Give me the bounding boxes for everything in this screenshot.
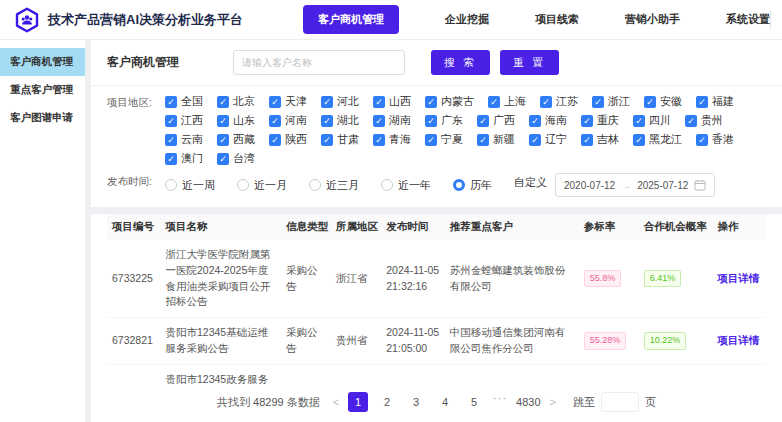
region-checkbox[interactable]: ✓江苏: [540, 94, 578, 109]
region-checkbox[interactable]: ✓青海: [373, 132, 411, 147]
checkbox-checked-icon[interactable]: ✓: [165, 96, 177, 108]
region-checkbox[interactable]: ✓海南: [529, 113, 567, 128]
region-checkbox[interactable]: ✓上海: [488, 94, 526, 109]
checkbox-checked-icon[interactable]: ✓: [321, 96, 333, 108]
region-checkbox[interactable]: ✓山西: [373, 94, 411, 109]
nav-item-link[interactable]: 项目线索: [535, 12, 579, 27]
checkbox-checked-icon[interactable]: ✓: [165, 115, 177, 127]
region-checkbox[interactable]: ✓浙江: [592, 94, 630, 109]
checkbox-checked-icon[interactable]: ✓: [696, 134, 708, 146]
checkbox-checked-icon[interactable]: ✓: [321, 134, 333, 146]
region-checkbox[interactable]: ✓天津: [269, 94, 307, 109]
region-checkbox[interactable]: ✓新疆: [477, 132, 515, 147]
checkbox-checked-icon[interactable]: ✓: [685, 115, 697, 127]
region-checkbox[interactable]: ✓安徽: [644, 94, 682, 109]
time-radio[interactable]: 近一年: [381, 178, 431, 193]
pagination-prev-icon[interactable]: <: [333, 396, 339, 408]
region-checkbox[interactable]: ✓湖北: [321, 113, 359, 128]
nav-item-link[interactable]: 营销小助手: [625, 12, 680, 27]
checkbox-checked-icon[interactable]: ✓: [581, 115, 593, 127]
radio-selected-icon[interactable]: [453, 179, 465, 191]
checkbox-checked-icon[interactable]: ✓: [373, 96, 385, 108]
pagination-next-icon[interactable]: >: [550, 396, 556, 408]
pagination-page[interactable]: 3: [406, 392, 426, 412]
time-radio[interactable]: 近三月: [309, 178, 359, 193]
region-checkbox[interactable]: ✓重庆: [581, 113, 619, 128]
radio-icon[interactable]: [309, 179, 321, 191]
pagination-page[interactable]: 2: [377, 392, 397, 412]
nav-item-link[interactable]: 企业挖掘: [445, 12, 489, 27]
checkbox-checked-icon[interactable]: ✓: [477, 134, 489, 146]
sidebar-item[interactable]: 客户商机管理: [0, 48, 85, 76]
pagination-page[interactable]: 5: [464, 392, 484, 412]
reset-button[interactable]: 重 置: [500, 50, 559, 75]
date-start-value[interactable]: 2020-07-12: [564, 180, 615, 191]
nav-item-active[interactable]: 客户商机管理: [303, 5, 399, 34]
checkbox-checked-icon[interactable]: ✓: [633, 115, 645, 127]
pagination-page[interactable]: 4830: [516, 392, 540, 412]
checkbox-checked-icon[interactable]: ✓: [217, 153, 229, 165]
region-checkbox[interactable]: ✓云南: [165, 132, 203, 147]
region-checkbox[interactable]: ✓甘肃: [321, 132, 359, 147]
nav-item-link[interactable]: 系统设置: [726, 12, 770, 27]
checkbox-checked-icon[interactable]: ✓: [373, 134, 385, 146]
region-checkbox[interactable]: ✓四川: [633, 113, 671, 128]
region-checkbox[interactable]: ✓香港: [696, 132, 734, 147]
radio-icon[interactable]: [381, 179, 393, 191]
project-detail-link[interactable]: 项目详情: [717, 272, 759, 284]
region-checkbox[interactable]: ✓广西: [477, 113, 515, 128]
sidebar-item[interactable]: 重点客户管理: [0, 76, 85, 104]
region-checkbox[interactable]: ✓江西: [165, 113, 203, 128]
region-checkbox[interactable]: ✓贵州: [685, 113, 723, 128]
region-checkbox[interactable]: ✓宁夏: [425, 132, 463, 147]
region-checkbox[interactable]: ✓广东: [425, 113, 463, 128]
checkbox-checked-icon[interactable]: ✓: [217, 115, 229, 127]
checkbox-checked-icon[interactable]: ✓: [165, 134, 177, 146]
time-radio[interactable]: 历年: [453, 178, 492, 193]
search-button[interactable]: 搜 索: [431, 50, 490, 75]
checkbox-checked-icon[interactable]: ✓: [696, 96, 708, 108]
checkbox-checked-icon[interactable]: ✓: [581, 134, 593, 146]
region-checkbox[interactable]: ✓湖南: [373, 113, 411, 128]
checkbox-checked-icon[interactable]: ✓: [269, 134, 281, 146]
checkbox-checked-icon[interactable]: ✓: [321, 115, 333, 127]
region-checkbox[interactable]: ✓内蒙古: [425, 94, 474, 109]
region-checkbox[interactable]: ✓河南: [269, 113, 307, 128]
date-end-value[interactable]: 2025-07-12: [637, 180, 688, 191]
pagination-page[interactable]: 1: [348, 392, 368, 412]
checkbox-checked-icon[interactable]: ✓: [477, 115, 489, 127]
region-checkbox[interactable]: ✓北京: [217, 94, 255, 109]
region-checkbox[interactable]: ✓辽宁: [529, 132, 567, 147]
region-checkbox[interactable]: ✓西藏: [217, 132, 255, 147]
radio-icon[interactable]: [165, 179, 177, 191]
checkbox-checked-icon[interactable]: ✓: [425, 115, 437, 127]
region-checkbox[interactable]: ✓陕西: [269, 132, 307, 147]
checkbox-checked-icon[interactable]: ✓: [373, 115, 385, 127]
region-checkbox[interactable]: ✓澳门: [165, 151, 203, 166]
checkbox-checked-icon[interactable]: ✓: [425, 96, 437, 108]
checkbox-checked-icon[interactable]: ✓: [425, 134, 437, 146]
project-detail-link[interactable]: 项目详情: [717, 334, 759, 346]
checkbox-checked-icon[interactable]: ✓: [592, 96, 604, 108]
checkbox-checked-icon[interactable]: ✓: [529, 115, 541, 127]
checkbox-checked-icon[interactable]: ✓: [529, 134, 541, 146]
region-checkbox[interactable]: ✓全国: [165, 94, 203, 109]
checkbox-checked-icon[interactable]: ✓: [165, 153, 177, 165]
checkbox-checked-icon[interactable]: ✓: [488, 96, 500, 108]
checkbox-checked-icon[interactable]: ✓: [269, 96, 281, 108]
checkbox-checked-icon[interactable]: ✓: [540, 96, 552, 108]
region-checkbox[interactable]: ✓河北: [321, 94, 359, 109]
region-checkbox[interactable]: ✓山东: [217, 113, 255, 128]
time-radio[interactable]: 近一月: [237, 178, 287, 193]
sidebar-item[interactable]: 客户图谱申请: [0, 104, 85, 132]
region-checkbox[interactable]: ✓吉林: [581, 132, 619, 147]
search-input[interactable]: [233, 50, 405, 75]
region-checkbox[interactable]: ✓台湾: [217, 151, 255, 166]
checkbox-checked-icon[interactable]: ✓: [269, 115, 281, 127]
date-range-picker[interactable]: 2020-07-12 → 2025-07-12: [555, 173, 715, 197]
checkbox-checked-icon[interactable]: ✓: [644, 96, 656, 108]
jump-page-input[interactable]: [601, 392, 639, 412]
radio-icon[interactable]: [237, 179, 249, 191]
checkbox-checked-icon[interactable]: ✓: [633, 134, 645, 146]
checkbox-checked-icon[interactable]: ✓: [217, 134, 229, 146]
